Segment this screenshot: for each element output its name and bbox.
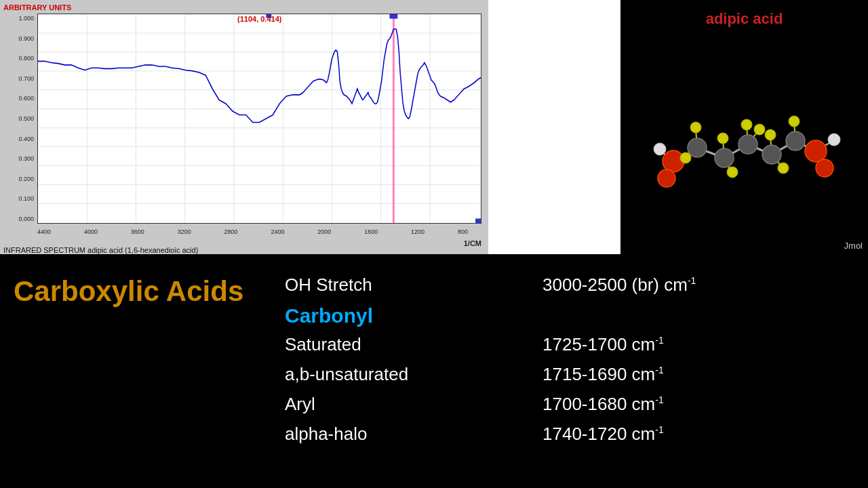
list-item: a,b-unsaturated bbox=[285, 361, 542, 390]
label-carbonyl: Carbonyl bbox=[285, 304, 373, 327]
list-item: Aryl bbox=[285, 390, 542, 420]
y-axis: 0.000 0.100 0.200 0.300 0.400 0.500 0.60… bbox=[3, 14, 34, 224]
ir-spectrum-svg bbox=[38, 14, 481, 223]
svg-rect-19 bbox=[389, 14, 397, 19]
list-item: 3000-2500 (br) cm-1 bbox=[542, 271, 854, 301]
list-item: 1715-1690 cm-1 bbox=[542, 361, 854, 390]
svg-point-47 bbox=[658, 169, 675, 187]
value-saturated: 1725-1700 cm-1 bbox=[542, 334, 664, 355]
list-item: OH Stretch bbox=[285, 271, 542, 301]
molecule-svg-container bbox=[620, 28, 868, 254]
svg-point-54 bbox=[741, 119, 752, 130]
list-item: 1740-1720 cm-1 bbox=[542, 420, 854, 450]
labels-column: OH Stretch Carbonyl Saturated a,b-unsatu… bbox=[285, 271, 542, 450]
jmol-label: Jmol bbox=[844, 241, 863, 251]
svg-point-42 bbox=[715, 148, 734, 167]
svg-point-51 bbox=[828, 134, 840, 146]
label-alpha-halo: alpha-halo bbox=[285, 424, 367, 445]
molecule-area: adipic acid bbox=[620, 0, 868, 254]
svg-rect-21 bbox=[475, 218, 481, 223]
svg-point-58 bbox=[727, 167, 738, 178]
bottom-section: Carboxylic Acids OH Stretch Carbonyl Sat… bbox=[0, 254, 868, 488]
top-section: ARBITRARY UNITS 0.000 0.100 0.200 0.300 … bbox=[0, 0, 868, 254]
svg-point-57 bbox=[680, 152, 691, 163]
list-item bbox=[542, 301, 854, 331]
label-ab-unsat: a,b-unsaturated bbox=[285, 364, 408, 385]
list-item: 1725-1700 cm-1 bbox=[542, 331, 854, 361]
chart-area bbox=[37, 14, 481, 224]
svg-point-41 bbox=[688, 138, 707, 157]
list-item: Saturated bbox=[285, 331, 542, 361]
value-aryl: 1700-1680 cm-1 bbox=[542, 394, 664, 415]
x-axis-unit: 1/CM bbox=[464, 239, 481, 247]
chart-caption: INFRARED SPECTRUM adipic acid (1,6-hexan… bbox=[3, 246, 198, 254]
list-item: 1700-1680 cm-1 bbox=[542, 390, 854, 420]
list-item: alpha-halo bbox=[285, 420, 542, 450]
svg-point-45 bbox=[786, 131, 805, 150]
molecule-3d-svg bbox=[636, 53, 853, 229]
title-column: Carboxylic Acids bbox=[14, 271, 285, 308]
chart-container: ARBITRARY UNITS 0.000 0.100 0.200 0.300 … bbox=[0, 0, 488, 254]
svg-point-59 bbox=[754, 124, 765, 135]
svg-point-48 bbox=[805, 140, 827, 162]
svg-point-55 bbox=[765, 129, 776, 140]
list-item: Carbonyl bbox=[285, 301, 542, 331]
svg-point-50 bbox=[654, 143, 666, 155]
data-columns: OH Stretch Carbonyl Saturated a,b-unsatu… bbox=[285, 271, 854, 450]
svg-point-56 bbox=[789, 116, 800, 127]
values-column: 3000-2500 (br) cm-1 1725-1700 cm-1 1715-… bbox=[542, 271, 854, 450]
cursor-label: (1104, 0.414) bbox=[237, 15, 281, 23]
molecule-title: adipic acid bbox=[706, 10, 783, 28]
svg-point-60 bbox=[778, 163, 789, 174]
svg-point-43 bbox=[738, 135, 757, 154]
chart-y-title: ARBITRARY UNITS bbox=[3, 3, 71, 12]
value-ab-unsat: 1715-1690 cm-1 bbox=[542, 364, 664, 385]
label-saturated: Saturated bbox=[285, 334, 361, 355]
value-alpha-halo: 1740-1720 cm-1 bbox=[542, 424, 664, 445]
label-oh-stretch: OH Stretch bbox=[285, 274, 372, 296]
middle-white-area bbox=[488, 0, 620, 254]
svg-point-52 bbox=[690, 122, 701, 133]
svg-point-53 bbox=[717, 133, 728, 144]
x-axis: 4400 4000 3600 3200 2800 2400 2000 1600 … bbox=[37, 228, 468, 235]
svg-point-44 bbox=[762, 145, 781, 164]
value-oh-stretch: 3000-2500 (br) cm-1 bbox=[542, 274, 696, 296]
svg-point-49 bbox=[816, 159, 833, 177]
main-title: Carboxylic Acids bbox=[14, 274, 285, 308]
label-aryl: Aryl bbox=[285, 394, 315, 415]
